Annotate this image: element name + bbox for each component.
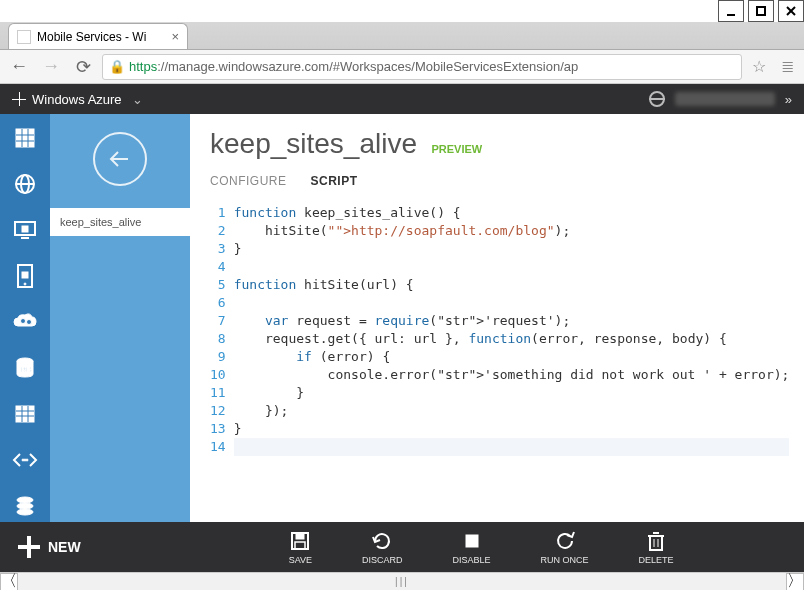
svg-point-30	[17, 497, 33, 503]
rail-cloud-gear-icon[interactable]	[9, 306, 41, 338]
svg-rect-38	[650, 536, 662, 550]
forward-button[interactable]: →	[38, 54, 64, 80]
svg-rect-13	[22, 226, 28, 232]
window-maximize-button[interactable]	[748, 0, 774, 22]
address-bar[interactable]: 🔒 https ://manage.windowsazure.com/#Work…	[102, 54, 742, 80]
arrow-left-icon	[106, 145, 134, 173]
code-editor[interactable]: 1234567891011121314 function keep_sites_…	[210, 204, 784, 456]
page-title: keep_sites_alive	[210, 128, 417, 159]
scroll-left-button[interactable]: 〈	[0, 573, 18, 591]
svg-rect-37	[466, 535, 478, 547]
url-scheme: https	[129, 59, 157, 74]
browser-tab[interactable]: Mobile Services - Wi ×	[8, 23, 188, 49]
preview-badge: PREVIEW	[431, 143, 482, 155]
rail-table-icon[interactable]	[9, 398, 41, 430]
tab-configure[interactable]: CONFIGURE	[210, 174, 287, 188]
tab-script[interactable]: SCRIPT	[311, 174, 358, 188]
save-icon	[289, 530, 311, 552]
window-minimize-button[interactable]	[718, 0, 744, 22]
disable-button[interactable]: DISABLE	[453, 530, 491, 565]
globe-icon[interactable]	[649, 91, 665, 107]
rail-grid-icon[interactable]	[9, 122, 41, 154]
rail-db-icon[interactable]: DB	[9, 352, 41, 384]
brand-chevron-down-icon[interactable]: ⌄	[132, 92, 143, 107]
plus-icon	[18, 536, 40, 558]
account-label[interactable]	[675, 92, 775, 106]
disable-icon	[461, 530, 483, 552]
tab-close-button[interactable]: ×	[171, 29, 179, 44]
browser-tab-strip: Mobile Services - Wi ×	[0, 22, 804, 50]
browser-menu-button[interactable]: ≣	[776, 56, 798, 78]
new-button-label: NEW	[48, 539, 81, 555]
svg-point-32	[17, 509, 33, 515]
url-rest: ://manage.windowsazure.com/#Workspaces/M…	[157, 59, 578, 74]
rail-monitor-icon[interactable]	[9, 214, 41, 246]
delete-button[interactable]: DELETE	[639, 530, 674, 565]
sidebar-item-label: keep_sites_alive	[60, 216, 141, 228]
svg-point-29	[26, 459, 28, 461]
reload-button[interactable]: ⟳	[70, 54, 96, 80]
svg-point-18	[21, 319, 26, 324]
save-button[interactable]: SAVE	[289, 530, 312, 565]
line-number-gutter: 1234567891011121314	[210, 204, 234, 456]
sub-rail: keep_sites_alive	[50, 114, 190, 522]
brand-text: Windows Azure	[32, 92, 122, 107]
rail-globe-icon[interactable]	[9, 168, 41, 200]
svg-rect-35	[296, 533, 304, 539]
svg-rect-4	[16, 129, 34, 147]
delete-icon	[646, 530, 666, 552]
back-circle-button[interactable]	[93, 132, 147, 186]
discard-icon	[371, 530, 393, 552]
rail-stack-icon[interactable]	[9, 490, 41, 522]
sidebar-item-keep-sites-alive[interactable]: keep_sites_alive	[50, 208, 190, 236]
svg-rect-36	[295, 542, 305, 549]
rail-code-icon[interactable]	[9, 444, 41, 476]
windows-logo-icon	[12, 92, 26, 106]
discard-button[interactable]: DISCARD	[362, 530, 403, 565]
rail-mobile-icon[interactable]	[9, 260, 41, 292]
run-icon	[554, 530, 576, 552]
run-once-button[interactable]: RUN ONCE	[541, 530, 589, 565]
expand-pane-icon[interactable]: »	[785, 92, 792, 107]
scroll-grip-icon[interactable]: |||	[395, 576, 409, 587]
svg-point-17	[24, 283, 26, 285]
svg-rect-1	[757, 7, 765, 15]
tab-favicon	[17, 30, 31, 44]
lock-icon: 🔒	[109, 59, 125, 74]
horizontal-scrollbar[interactable]: 〈 ||| 〉	[0, 572, 804, 590]
azure-brand[interactable]: Windows Azure	[12, 92, 122, 107]
scroll-right-button[interactable]: 〉	[786, 573, 804, 591]
bookmark-star-icon[interactable]: ☆	[748, 56, 770, 78]
svg-rect-22	[16, 406, 34, 422]
svg-rect-16	[22, 272, 28, 278]
tab-title: Mobile Services - Wi	[37, 30, 146, 44]
code-content[interactable]: function keep_sites_alive() { hitSite(""…	[234, 204, 790, 456]
svg-point-31	[17, 503, 33, 509]
new-button[interactable]: NEW	[18, 536, 81, 558]
svg-point-19	[27, 320, 32, 325]
back-button[interactable]: ←	[6, 54, 32, 80]
window-close-button[interactable]	[778, 0, 804, 22]
svg-text:DB: DB	[20, 365, 32, 374]
left-rail: DB	[0, 114, 50, 522]
